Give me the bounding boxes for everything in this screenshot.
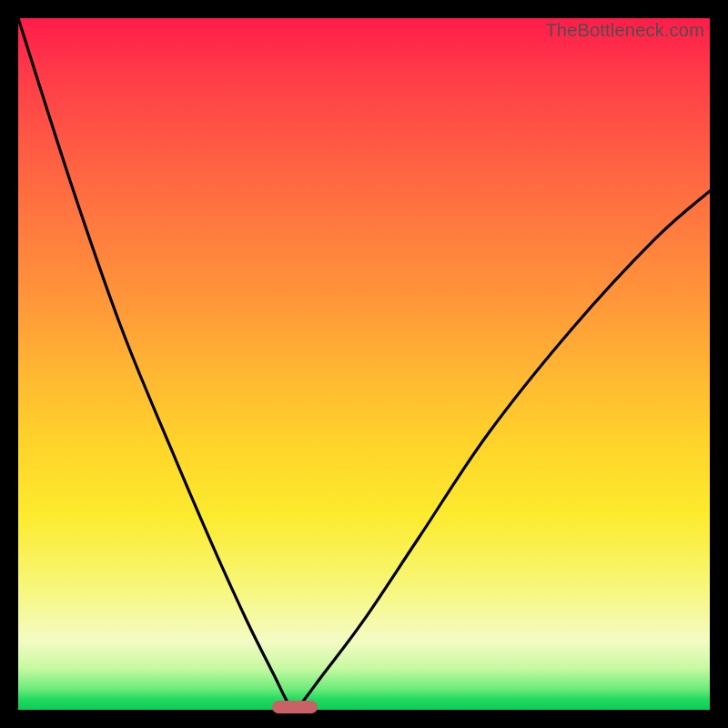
watermark-text: TheBottleneck.com (545, 20, 704, 41)
chart-frame: TheBottleneck.com (18, 18, 710, 710)
bottleneck-curve (18, 18, 710, 710)
curve-path (18, 18, 710, 710)
optimal-marker (272, 701, 318, 713)
